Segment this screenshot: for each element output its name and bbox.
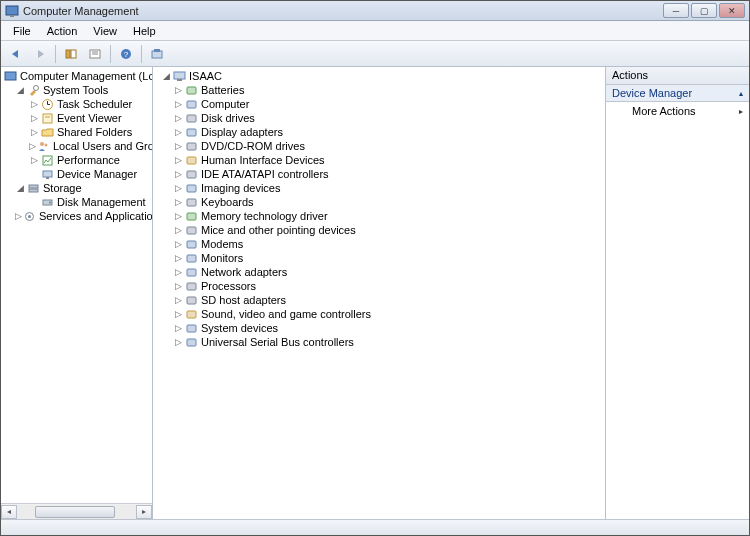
menu-action[interactable]: Action — [39, 23, 86, 39]
device-category-icon — [184, 97, 198, 111]
device-category[interactable]: ▷Human Interface Devices — [153, 153, 605, 167]
tree-root[interactable]: Computer Management (Local) — [1, 69, 152, 83]
device-category[interactable]: ▷Mice and other pointing devices — [153, 223, 605, 237]
device-category[interactable]: ▷Sound, video and game controllers — [153, 307, 605, 321]
device-category[interactable]: ▷System devices — [153, 321, 605, 335]
svg-rect-41 — [187, 227, 196, 234]
menu-view[interactable]: View — [85, 23, 125, 39]
menubar: File Action View Help — [1, 21, 749, 41]
device-category[interactable]: ▷Computer — [153, 97, 605, 111]
expand-icon[interactable]: ▷ — [173, 239, 183, 249]
expand-icon[interactable]: ▷ — [173, 183, 183, 193]
svg-rect-0 — [6, 6, 18, 15]
tree-services[interactable]: ▷ Services and Applications — [1, 209, 152, 223]
device-category[interactable]: ▷Display adapters — [153, 125, 605, 139]
expand-icon[interactable]: ▷ — [173, 281, 183, 291]
back-button[interactable] — [5, 44, 27, 64]
device-category[interactable]: ▷Network adapters — [153, 265, 605, 279]
device-category[interactable]: ▷Processors — [153, 279, 605, 293]
device-category[interactable]: ▷IDE ATA/ATAPI controllers — [153, 167, 605, 181]
expand-icon[interactable]: ▷ — [173, 113, 183, 123]
expand-icon[interactable]: ▷ — [173, 323, 183, 333]
svg-rect-34 — [187, 129, 196, 136]
device-root-label: ISAAC — [189, 70, 222, 82]
device-category[interactable]: ▷Disk drives — [153, 111, 605, 125]
menu-help[interactable]: Help — [125, 23, 164, 39]
actions-more[interactable]: More Actions ▸ — [606, 102, 749, 120]
device-category[interactable]: ▷Universal Serial Bus controllers — [153, 335, 605, 349]
services-label: Services and Applications — [39, 210, 153, 222]
menu-file[interactable]: File — [5, 23, 39, 39]
expand-icon[interactable]: ▷ — [29, 155, 39, 165]
show-hide-tree-button[interactable] — [60, 44, 82, 64]
expand-icon[interactable]: ▷ — [173, 169, 183, 179]
tree-task-scheduler[interactable]: ▷ Task Scheduler — [1, 97, 152, 111]
maximize-button[interactable]: ▢ — [691, 3, 717, 18]
tree-system-tools[interactable]: ◢ System Tools — [1, 83, 152, 97]
device-category-icon — [184, 181, 198, 195]
tree-disk-management[interactable]: Disk Management — [1, 195, 152, 209]
expand-icon[interactable]: ▷ — [173, 309, 183, 319]
event-icon — [40, 111, 54, 125]
device-category-label: Display adapters — [201, 126, 283, 138]
device-category-icon — [184, 111, 198, 125]
device-category-icon — [184, 237, 198, 251]
device-tree-root[interactable]: ◢ ISAAC — [153, 69, 605, 83]
device-category[interactable]: ▷Modems — [153, 237, 605, 251]
expand-icon[interactable]: ▷ — [29, 113, 39, 123]
close-button[interactable]: ✕ — [719, 3, 745, 18]
minimize-button[interactable]: ─ — [663, 3, 689, 18]
actions-section-label: Device Manager — [612, 87, 692, 99]
left-pane: Computer Management (Local) ◢ System Too… — [1, 67, 153, 519]
scroll-thumb[interactable] — [35, 506, 115, 518]
disk-icon — [40, 195, 54, 209]
storage-icon — [26, 181, 40, 195]
expand-icon[interactable]: ▷ — [173, 127, 183, 137]
collapse-icon[interactable]: ◢ — [15, 183, 25, 193]
expand-icon[interactable]: ▷ — [173, 267, 183, 277]
tree-storage[interactable]: ◢ Storage — [1, 181, 152, 195]
properties-button[interactable] — [84, 44, 106, 64]
collapse-icon[interactable]: ◢ — [15, 85, 25, 95]
device-category[interactable]: ▷Monitors — [153, 251, 605, 265]
expand-icon[interactable]: ▷ — [173, 197, 183, 207]
expand-icon[interactable]: ▷ — [173, 211, 183, 221]
expand-icon[interactable]: ▷ — [173, 253, 183, 263]
device-category-icon — [184, 223, 198, 237]
device-category[interactable]: ▷DVD/CD-ROM drives — [153, 139, 605, 153]
device-category[interactable]: ▷Keyboards — [153, 195, 605, 209]
expand-icon[interactable]: ▷ — [173, 99, 183, 109]
device-category[interactable]: ▷Memory technology driver — [153, 209, 605, 223]
expand-icon[interactable]: ▷ — [173, 141, 183, 151]
collapse-icon[interactable]: ◢ — [161, 71, 171, 81]
scroll-left-button[interactable]: ◂ — [1, 505, 17, 519]
tree-shared-folders[interactable]: ▷ Shared Folders — [1, 125, 152, 139]
expand-icon[interactable]: ▷ — [173, 225, 183, 235]
help-button[interactable]: ? — [115, 44, 137, 64]
expand-icon[interactable]: ▷ — [173, 295, 183, 305]
horizontal-scrollbar[interactable]: ◂ ▸ — [1, 503, 152, 519]
svg-point-26 — [49, 201, 51, 203]
expand-icon[interactable]: ▷ — [15, 211, 22, 221]
expand-icon[interactable]: ▷ — [29, 99, 39, 109]
svg-rect-1 — [10, 15, 14, 17]
expand-icon[interactable]: ▷ — [29, 127, 39, 137]
device-category[interactable]: ▷SD host adapters — [153, 293, 605, 307]
tree-local-users[interactable]: ▷ Local Users and Groups — [1, 139, 152, 153]
scroll-track[interactable] — [17, 505, 136, 519]
titlebar: Computer Management ─ ▢ ✕ — [1, 1, 749, 21]
expand-icon[interactable]: ▷ — [29, 141, 36, 151]
expand-icon[interactable]: ▷ — [173, 337, 183, 347]
scroll-right-button[interactable]: ▸ — [136, 505, 152, 519]
expand-icon[interactable]: ▷ — [173, 155, 183, 165]
expand-icon[interactable]: ▷ — [173, 85, 183, 95]
device-category[interactable]: ▷Imaging devices — [153, 181, 605, 195]
tree-device-manager[interactable]: Device Manager — [1, 167, 152, 181]
device-category-label: Processors — [201, 280, 256, 292]
actions-section[interactable]: Device Manager ▴ — [606, 85, 749, 102]
scan-button[interactable] — [146, 44, 168, 64]
tree-performance[interactable]: ▷ Performance — [1, 153, 152, 167]
forward-button[interactable] — [29, 44, 51, 64]
device-category[interactable]: ▷Batteries — [153, 83, 605, 97]
tree-event-viewer[interactable]: ▷ Event Viewer — [1, 111, 152, 125]
